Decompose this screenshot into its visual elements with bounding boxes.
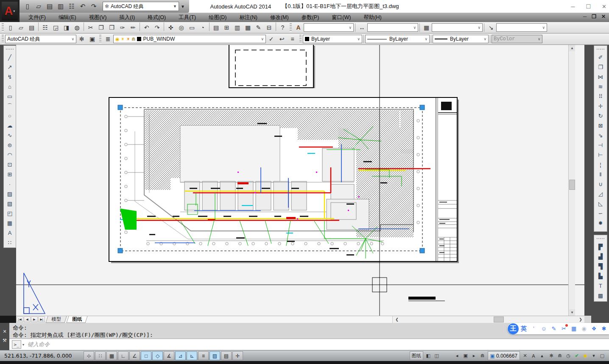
copy-icon[interactable]: ❐ xyxy=(96,22,106,33)
annotation-visibility-icon[interactable]: ✕ xyxy=(521,351,529,360)
hatch-icon[interactable]: ▨ xyxy=(5,189,15,199)
close-command-icon[interactable]: ✕ xyxy=(3,329,6,334)
horizontal-scrollbar[interactable]: ❮ ❯ xyxy=(392,316,585,323)
object-snap-icon[interactable]: □ xyxy=(141,351,151,360)
menu-item-window[interactable]: 窗口(W) xyxy=(325,13,357,22)
explode-icon[interactable]: ✸ xyxy=(595,218,606,228)
send-under-objects-icon[interactable]: ▙ xyxy=(595,271,606,281)
publish-icon[interactable]: ◨ xyxy=(61,22,72,33)
selection-cycling-icon[interactable]: ✛ xyxy=(232,351,243,360)
hardware-acceleration-icon[interactable]: ✔ xyxy=(573,351,581,360)
redo-icon[interactable]: ↷ xyxy=(152,22,162,33)
insert-block-icon[interactable]: ⊡ xyxy=(5,160,15,169)
scroll-up-icon[interactable]: ▲ xyxy=(569,45,575,51)
menu-item-file[interactable]: 文件(F) xyxy=(22,13,52,22)
customize-wrench-icon[interactable]: ⚒ xyxy=(3,338,7,343)
multileader-style-combo[interactable]: ∨ xyxy=(496,23,547,32)
ime-keyboard-icon[interactable]: ▦ xyxy=(569,325,579,332)
toolbar-lock-icon[interactable]: ⋒ xyxy=(556,351,564,360)
drawing-canvas[interactable] xyxy=(16,45,584,316)
clean-screen-icon[interactable]: ▢ xyxy=(598,351,606,360)
toolbar-grip[interactable] xyxy=(2,23,4,32)
print-preview-icon[interactable]: ◲ xyxy=(50,22,61,33)
vertical-scrollbar[interactable]: ▲ ▼ xyxy=(568,45,575,316)
scroll-down-icon[interactable]: ▼ xyxy=(569,309,575,316)
paper-model-toggle[interactable]: 图纸 xyxy=(410,351,423,360)
menu-item-tools[interactable]: 工具(T) xyxy=(172,13,202,22)
offset-icon[interactable]: ≋ xyxy=(595,82,606,92)
ime-logo[interactable]: 王 xyxy=(508,323,519,334)
toolbar-grip[interactable] xyxy=(2,35,4,43)
status-menu-arrow-icon[interactable]: ▾ xyxy=(589,351,598,360)
block-editor-icon[interactable]: ✏ xyxy=(128,22,138,33)
scroll-left-icon[interactable]: ❮ xyxy=(394,317,400,322)
menu-item-dimension[interactable]: 标注(N) xyxy=(233,13,264,22)
performance-icon[interactable]: ◷ xyxy=(564,351,573,360)
zoom-realtime-icon[interactable]: ◎ xyxy=(176,22,187,33)
move-icon[interactable]: ✛ xyxy=(595,101,606,111)
send-to-back-icon[interactable]: ▟ xyxy=(595,252,606,261)
ime-punct-icon[interactable]: ’ xyxy=(529,325,539,332)
polyline-icon[interactable]: ↯ xyxy=(5,72,15,82)
layer-vpfreeze-icon[interactable]: ☀ xyxy=(126,36,130,42)
annotation-scale-combo[interactable]: ▣ 0.006667 xyxy=(488,351,520,360)
arc-icon[interactable]: ⌒ xyxy=(5,101,15,111)
polygon-icon[interactable]: ⌂ xyxy=(5,82,15,92)
tool-palettes-icon[interactable]: ▥ xyxy=(232,22,243,33)
coordinates-readout[interactable]: 521.613, -717.886, 0.000 xyxy=(4,353,83,359)
circle-icon[interactable]: ○ xyxy=(5,111,15,121)
cut-icon[interactable]: ✂ xyxy=(85,22,96,33)
text-to-front-icon[interactable]: T xyxy=(595,281,606,291)
grid-display-icon[interactable]: ▦ xyxy=(106,351,117,360)
region-icon[interactable]: ◰ xyxy=(5,208,15,218)
sheet-set-manager-icon[interactable]: ▦ xyxy=(243,22,253,33)
close-icon[interactable]: ✕ xyxy=(602,3,606,10)
first-tab-icon[interactable]: |◀ xyxy=(17,317,23,322)
qat-overflow-icon[interactable]: ▼ xyxy=(181,4,185,9)
point-style-icon[interactable]: ∷ xyxy=(5,238,15,247)
layer-combo[interactable]: ◉ ☀ ☀ ⋒ PUB_WINDW ∨ xyxy=(113,35,266,43)
dynamic-input-icon[interactable]: ⊾ xyxy=(187,351,197,360)
design-center-icon[interactable]: ⊞ xyxy=(221,22,232,33)
revision-cloud-icon[interactable]: ☁ xyxy=(5,121,15,131)
polar-tracking-icon[interactable]: ∠ xyxy=(129,351,140,360)
open-icon[interactable]: ▱ xyxy=(16,22,26,33)
infer-constraints-icon[interactable]: ⊹ xyxy=(84,351,94,360)
quick-view-drawings-icon[interactable]: ◫ xyxy=(433,351,441,360)
point-icon[interactable]: · xyxy=(5,179,15,189)
menu-item-format[interactable]: 格式(O) xyxy=(141,13,172,22)
undo-icon[interactable]: ↶ xyxy=(141,22,152,33)
menu-item-parametric[interactable]: 参数(P) xyxy=(295,13,326,22)
blend-curves-icon[interactable]: ∽ xyxy=(595,208,606,218)
menu-item-edit[interactable]: 编辑(E) xyxy=(52,13,83,22)
workspace-gear-icon[interactable]: ✻ xyxy=(547,351,556,360)
viewport-maximize-icon[interactable]: ▣ xyxy=(461,351,470,360)
ellipse-arc-icon[interactable]: ◠ xyxy=(5,150,15,160)
ortho-mode-icon[interactable]: ∟ xyxy=(118,351,129,360)
rectangle-icon[interactable]: ▭ xyxy=(5,92,15,101)
qplot-icon[interactable]: ☷ xyxy=(66,1,77,11)
multiline-text-icon[interactable]: A xyxy=(5,228,15,238)
zoom-previous-icon[interactable]: ◔ xyxy=(197,22,208,33)
scroll-right-icon[interactable]: ❯ xyxy=(577,317,584,322)
layer-properties-manager-icon[interactable]: ≣ xyxy=(103,34,113,44)
dimension-style-icon[interactable]: ↔ xyxy=(357,22,367,33)
dynamic-ucs-icon[interactable]: ⊿ xyxy=(175,351,186,360)
paste-icon[interactable]: ❒ xyxy=(106,22,117,33)
text-style-icon[interactable]: A xyxy=(293,22,304,33)
annotation-autoscale-icon[interactable]: A xyxy=(529,351,538,360)
menu-item-view[interactable]: 视图(V) xyxy=(83,13,113,22)
menu-item-draw[interactable]: 绘图(D) xyxy=(202,13,233,22)
ime-skin-icon[interactable]: ❖ xyxy=(589,325,599,332)
doc-minimize-icon[interactable]: ─ xyxy=(583,14,587,19)
last-tab-icon[interactable]: ▶| xyxy=(38,317,45,322)
vertical-scroll-thumb[interactable] xyxy=(569,180,575,190)
table-icon[interactable]: ▦ xyxy=(5,218,15,228)
plot-icon[interactable]: ☷ xyxy=(40,22,50,33)
ime-mode-button[interactable]: 英 xyxy=(519,325,529,333)
ime-screenshot-icon[interactable]: ✂ xyxy=(559,325,569,332)
workspace-settings-icon[interactable]: ✻ xyxy=(76,34,87,44)
doc-close-icon[interactable]: ✕ xyxy=(601,14,606,19)
layer-states-manager-icon[interactable]: ≡ xyxy=(287,34,298,44)
chevron-down-icon[interactable]: ▾ xyxy=(22,343,24,347)
